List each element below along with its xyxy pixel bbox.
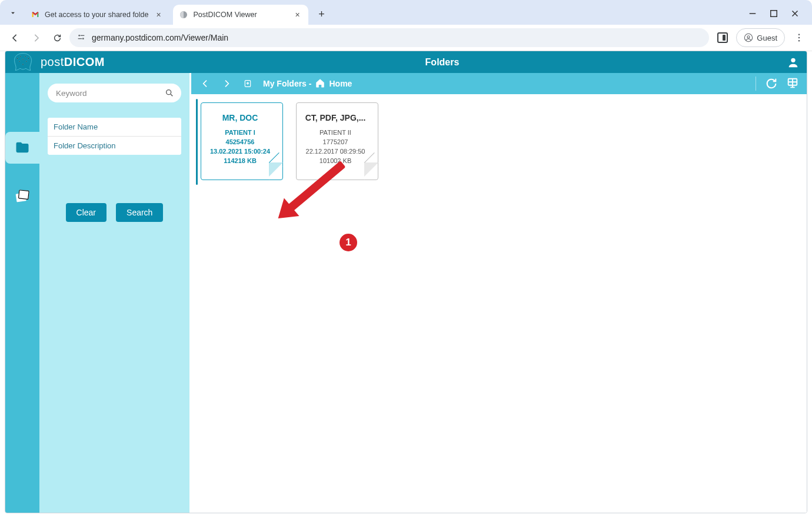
brand-brain-icon: [5, 51, 41, 73]
svg-rect-6: [78, 38, 82, 39]
keyword-search[interactable]: [48, 84, 181, 102]
svg-point-14: [25, 55, 26, 57]
svg-rect-1: [750, 13, 756, 14]
new-tab-button[interactable]: +: [313, 6, 330, 22]
annotation-badge: 1: [340, 234, 357, 251]
folder-title: CT, PDF, JPG,...: [299, 113, 371, 122]
home-icon: [315, 78, 325, 90]
breadcrumb[interactable]: My Folders - Home: [263, 78, 352, 90]
window-minimize-icon[interactable]: [747, 8, 758, 19]
app-frame: postDICOM Folders: [5, 51, 807, 513]
rail-studies-tab[interactable]: [5, 180, 39, 212]
app-header: postDICOM Folders: [5, 51, 807, 73]
svg-point-18: [26, 61, 27, 62]
svg-rect-22: [18, 190, 29, 200]
nav-reload-button[interactable]: [48, 29, 66, 47]
account-button[interactable]: [780, 56, 807, 69]
guest-label: Guest: [757, 34, 777, 42]
browser-address-bar: germany.postdicom.com/Viewer/Main Guest: [0, 25, 812, 51]
page-title: Folders: [105, 57, 780, 68]
breadcrumb-current: Home: [329, 79, 352, 88]
toolbar-divider: [756, 77, 756, 91]
svg-point-11: [798, 40, 800, 42]
profile-guest-button[interactable]: Guest: [736, 28, 785, 47]
folders-toolbar: My Folders - Home: [191, 73, 807, 94]
svg-rect-2: [771, 11, 777, 17]
keyword-input[interactable]: [55, 88, 165, 98]
site-settings-icon[interactable]: [76, 32, 86, 44]
svg-point-3: [78, 35, 80, 36]
search-icon: [165, 88, 174, 98]
tab-close-icon[interactable]: ×: [292, 10, 302, 19]
folder-id: 45254756: [210, 138, 270, 147]
nav-back-button[interactable]: [6, 29, 24, 47]
svg-point-24: [167, 90, 171, 95]
window-close-icon[interactable]: [790, 8, 800, 19]
browser-titlebar: Get access to your shared folde × PostDI…: [0, 0, 812, 25]
gmail-favicon-icon: [31, 10, 40, 19]
nav-forward-button[interactable]: [27, 29, 45, 47]
tab-title: PostDICOM Viewer: [193, 11, 287, 19]
folder-patient: PATIENT II: [306, 128, 365, 138]
folder-card-0[interactable]: MR, DOC PATIENT I 45254756 13.02.2021 15…: [201, 102, 283, 180]
svg-point-9: [798, 34, 800, 35]
folder-name-input[interactable]: [48, 118, 181, 137]
postdicom-favicon-icon: [179, 10, 188, 19]
svg-point-8: [747, 36, 750, 38]
rail-folders-tab[interactable]: [5, 132, 39, 164]
layout-button[interactable]: [784, 75, 801, 92]
folder-datetime: 22.12.2017 08:29:50: [306, 147, 365, 157]
svg-point-16: [22, 59, 24, 60]
tab-search-dropdown[interactable]: [5, 5, 21, 21]
refresh-button[interactable]: [763, 75, 780, 92]
folders-canvas: MR, DOC PATIENT I 45254756 13.02.2021 15…: [191, 94, 807, 513]
search-panel: Clear Search: [39, 73, 189, 513]
main-area: My Folders - Home MR, DOC: [189, 73, 807, 513]
svg-point-19: [22, 64, 24, 65]
svg-point-12: [17, 58, 18, 59]
breadcrumb-prefix: My Folders -: [263, 79, 311, 88]
browser-menu-button[interactable]: [792, 32, 806, 43]
folder-icon: [14, 140, 31, 156]
tab-title: Get access to your shared folde: [45, 11, 148, 19]
browser-tab-1[interactable]: PostDICOM Viewer ×: [173, 5, 308, 25]
svg-point-10: [798, 37, 800, 39]
cards-stack-icon: [14, 188, 31, 204]
folder-title: MR, DOC: [204, 113, 276, 122]
svg-point-7: [745, 34, 753, 41]
svg-point-20: [791, 58, 795, 62]
tab-close-icon[interactable]: ×: [153, 10, 164, 19]
folder-size: 114218 KB: [210, 157, 270, 166]
folder-datetime: 13.02.2021 15:00:24: [210, 147, 270, 157]
svg-rect-4: [81, 35, 85, 35]
address-omnibox[interactable]: germany.postdicom.com/Viewer/Main: [69, 28, 709, 47]
svg-point-13: [20, 55, 21, 57]
folder-forward-button[interactable]: [218, 75, 235, 92]
folder-up-button[interactable]: [239, 75, 256, 92]
brand-logo: postDICOM: [41, 55, 105, 69]
folder-id: 1775207: [306, 138, 365, 147]
left-icon-rail: [5, 73, 39, 513]
folder-description-input[interactable]: [48, 137, 181, 155]
clear-button[interactable]: Clear: [66, 203, 107, 222]
svg-point-15: [28, 58, 29, 59]
folder-back-button[interactable]: [197, 75, 214, 92]
window-maximize-icon[interactable]: [768, 8, 779, 19]
url-text: germany.postdicom.com/Viewer/Main: [92, 33, 228, 42]
search-button[interactable]: Search: [116, 203, 163, 222]
folder-patient: PATIENT I: [210, 128, 270, 138]
svg-point-17: [19, 61, 20, 62]
reading-list-icon[interactable]: [717, 32, 728, 43]
svg-point-5: [82, 38, 84, 39]
browser-tab-0[interactable]: Get access to your shared folde ×: [25, 5, 169, 25]
